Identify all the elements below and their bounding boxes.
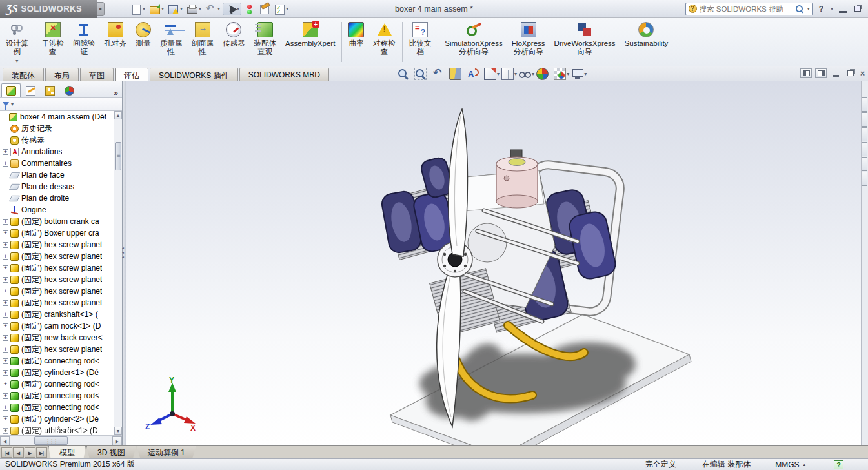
tree-item[interactable]: + (固定) hex screw planet: [0, 297, 114, 309]
next-tab-icon[interactable]: ▶: [25, 447, 35, 458]
tree-item[interactable]: + (固定) cam nock<1> (D: [0, 320, 114, 332]
expand-icon[interactable]: +: [3, 161, 8, 167]
compare-documents-button[interactable]: 比较文 档▾: [405, 20, 436, 66]
tree-item[interactable]: + (固定) connecting rod<: [0, 355, 114, 367]
model-carburetor[interactable]: [496, 150, 538, 208]
model-valve-covers-left[interactable]: [380, 156, 456, 254]
ribbon-separator[interactable]: [402, 22, 403, 62]
expand-icon[interactable]: +: [3, 265, 8, 271]
taskpane-resources-tab[interactable]: [862, 97, 867, 112]
expand-icon[interactable]: +: [3, 149, 8, 155]
expand-icon[interactable]: +: [3, 219, 8, 225]
tree-item[interactable]: + (固定) Boxer upper cra: [0, 227, 114, 239]
scrollbar-thumb[interactable]: [115, 142, 121, 170]
minimize-button[interactable]: [837, 5, 849, 14]
sensor-button[interactable]: 传感器▾: [218, 20, 250, 58]
tree-item[interactable]: + (固定) connecting rod<: [0, 378, 114, 390]
zoom-to-area-icon[interactable]: ▾: [414, 68, 430, 80]
annotation-view-icon[interactable]: ▾: [467, 68, 483, 80]
tree-item[interactable]: + Plan de dessus: [0, 181, 114, 192]
dropdown-caret-icon[interactable]: ▾: [161, 6, 164, 12]
expand-icon[interactable]: +: [3, 323, 8, 329]
expand-icon[interactable]: +: [3, 312, 8, 318]
search-input[interactable]: [700, 5, 792, 13]
search-box[interactable]: ? ▾: [685, 3, 813, 15]
tree-item[interactable]: + (固定) crankshaft<1> (: [0, 309, 114, 320]
hide-show-items-icon[interactable]: ▾: [519, 68, 535, 80]
taskpane-custom-properties-tab[interactable]: [862, 172, 867, 186]
menu-expand-icon[interactable]: ▸: [97, 2, 105, 16]
model-tab[interactable]: 模型: [48, 446, 86, 458]
assembly-xpert-button[interactable]: AssemblyXpert▾: [281, 20, 339, 58]
scroll-down-icon[interactable]: ▼: [114, 427, 122, 435]
tree-horizontal-scrollbar[interactable]: ◀ ▶: [0, 435, 122, 445]
previous-view-icon[interactable]: ▾: [432, 68, 448, 80]
search-icon[interactable]: [795, 5, 803, 13]
zoom-to-fit-icon[interactable]: ▾: [397, 68, 413, 80]
open-button[interactable]: ▾: [148, 3, 165, 15]
floxpress-wizard-button[interactable]: FloXpress 分析向导▾: [507, 20, 550, 66]
panel-tabs-overflow-icon[interactable]: »: [111, 88, 121, 97]
edit-appearance-icon[interactable]: ▾: [536, 68, 552, 80]
document-restore-button[interactable]: [845, 68, 856, 78]
tree-item[interactable]: + Commentaires: [0, 158, 114, 169]
document-close-button[interactable]: [860, 68, 865, 78]
unit-system-selector[interactable]: MMGS ▴: [763, 460, 817, 469]
dropdown-caret-icon[interactable]: ▾: [217, 6, 220, 12]
tree-item[interactable]: + (固定) hex screw planet: [0, 262, 114, 274]
tree-item[interactable]: + (固定) cylinder<2> (Dé: [0, 413, 114, 425]
tree-item[interactable]: + (固定) hex screw planet: [0, 239, 114, 250]
simulationxpress-wizard-button[interactable]: SimulationXpress 分析向导▾: [440, 20, 507, 66]
3d-views-tab[interactable]: 3D 视图: [86, 446, 136, 458]
tree-item[interactable]: + (固定) hex screw planet: [0, 274, 114, 285]
driveworksxpress-wizard-button[interactable]: DriveWorksXpress 向导▾: [550, 20, 620, 66]
expand-icon[interactable]: +: [3, 242, 8, 248]
collapse-pane-left-button[interactable]: [800, 68, 812, 78]
design-study-button[interactable]: 设计算 例▾: [1, 20, 33, 66]
quick-tips-help-icon[interactable]: ?: [834, 460, 843, 469]
expand-icon[interactable]: +: [3, 277, 8, 283]
motion-study-tab[interactable]: 运动算例 1: [137, 446, 196, 458]
dropdown-caret-icon[interactable]: ▾: [180, 6, 183, 12]
expand-icon[interactable]: +: [3, 289, 8, 294]
first-tab-icon[interactable]: |◀: [1, 447, 12, 458]
dropdown-caret-icon[interactable]: ▾: [497, 71, 500, 77]
expand-icon[interactable]: +: [3, 416, 8, 422]
tree-vertical-scrollbar[interactable]: ▲ ▼: [114, 111, 122, 435]
assembly-visualization-button[interactable]: 装配体 直观▾: [250, 20, 281, 66]
ribbon-separator[interactable]: [341, 22, 342, 62]
view-settings-icon[interactable]: ▾: [571, 68, 587, 80]
expand-icon[interactable]: +: [3, 300, 8, 306]
configurationmanager-tab[interactable]: [40, 83, 59, 97]
expand-icon[interactable]: +: [3, 254, 8, 260]
expand-icon[interactable]: +: [3, 428, 8, 434]
tree-item[interactable]: + (固定) hex screw planet: [0, 285, 114, 297]
prev-tab-icon[interactable]: ◀: [13, 447, 24, 458]
rebuild-traffic-light-button[interactable]: ▾: [243, 3, 256, 15]
new-document-button[interactable]: ▾: [129, 3, 146, 15]
ribbon-separator[interactable]: [438, 22, 438, 62]
tree-item[interactable]: + Origine: [0, 204, 114, 216]
dropdown-caret-icon[interactable]: ▾: [143, 6, 145, 12]
apply-scene-icon[interactable]: ▾: [554, 68, 570, 80]
tab-layout[interactable]: 布局: [45, 68, 79, 81]
print-button[interactable]: ▾: [185, 3, 203, 15]
tree-item[interactable]: + (固定) connecting rod<: [0, 390, 114, 402]
filter-caret-icon[interactable]: ▾: [11, 101, 14, 107]
tab-solidworks-addins[interactable]: SOLIDWORKS 插件: [150, 68, 238, 81]
save-button[interactable]: ▾: [167, 3, 184, 15]
document-minimize-button[interactable]: [830, 68, 842, 78]
expand-icon[interactable]: +: [3, 230, 8, 236]
expand-icon[interactable]: +: [3, 370, 8, 376]
expand-icon[interactable]: +: [3, 382, 8, 387]
tree-root-item[interactable]: + boxer 4 main assem (Déf: [0, 111, 114, 123]
expand-icon[interactable]: +: [3, 358, 8, 364]
last-tab-icon[interactable]: ▶|: [36, 447, 47, 458]
clearance-verify-button[interactable]: 间隙验 证▾: [68, 20, 100, 66]
help-button[interactable]: ?: [817, 5, 825, 14]
dropdown-caret-icon[interactable]: ▾: [15, 57, 18, 65]
tab-solidworks-mbd[interactable]: SOLIDWORKS MBD: [239, 68, 329, 81]
options-button[interactable]: ▾: [272, 3, 290, 15]
dropdown-caret-icon[interactable]: ▾: [584, 71, 587, 77]
dropdown-caret-icon[interactable]: ▾: [532, 71, 534, 77]
